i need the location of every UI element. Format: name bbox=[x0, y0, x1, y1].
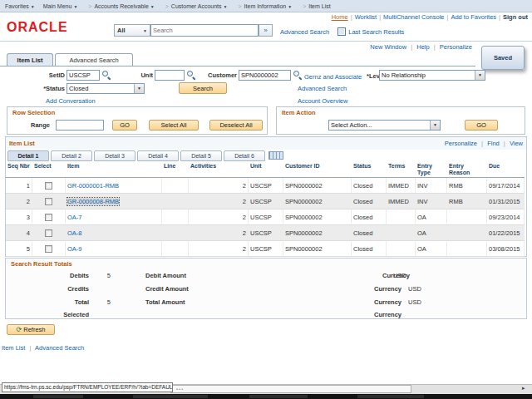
breadcrumb-separator: > bbox=[303, 3, 306, 9]
tab-advanced-search[interactable]: Advanced Search bbox=[55, 53, 133, 66]
detail-tab-1[interactable]: Detail 1 bbox=[7, 150, 49, 161]
grid-personalize-link[interactable]: Personalize bbox=[445, 140, 477, 147]
status-dropdown[interactable]: Closed ▼ bbox=[66, 83, 145, 94]
account-overview-link[interactable]: Account Overview bbox=[298, 96, 347, 106]
column-header-unit: Unit bbox=[249, 161, 283, 178]
cell-line bbox=[162, 241, 189, 257]
scrollbar-right-arrow-icon[interactable]: ▸ bbox=[522, 385, 525, 392]
item-list-title: Item List bbox=[9, 140, 35, 147]
unit-lookup-icon[interactable] bbox=[187, 71, 195, 79]
item-link[interactable]: OA-9 bbox=[67, 245, 82, 253]
item-link[interactable]: GR-0000008-RMB bbox=[67, 198, 119, 205]
advanced-search-link[interactable]: Advanced Search bbox=[280, 28, 329, 36]
detail-tab-2[interactable]: Detail 2 bbox=[51, 150, 92, 161]
item-link[interactable]: GR-0000001-RMB bbox=[67, 182, 119, 190]
range-input[interactable] bbox=[56, 120, 104, 131]
footer-advanced-search-link[interactable]: Advanced Search bbox=[35, 344, 84, 352]
global-search-input[interactable] bbox=[150, 24, 259, 37]
breadcrumb-accounts-receivable[interactable]: Accounts Receivable▼ bbox=[94, 3, 154, 9]
cell-item: GR-0000001-RMB bbox=[66, 178, 162, 194]
tab-item-list[interactable]: Item List bbox=[7, 53, 53, 66]
cell-customer-id: SPN0000002 bbox=[283, 209, 352, 225]
cell-activities: 2 bbox=[189, 178, 249, 194]
row-select-checkbox[interactable] bbox=[45, 198, 52, 205]
item-list-table: Seq Nbr Select Item Line Activities Unit… bbox=[6, 161, 526, 257]
select-all-button[interactable]: Select All bbox=[149, 120, 199, 131]
cell-item: OA-7 bbox=[66, 209, 162, 225]
search-submit-button[interactable]: » bbox=[259, 24, 273, 37]
cell-status: Closed bbox=[352, 178, 387, 194]
add-conversation-link[interactable]: Add Conversation bbox=[46, 96, 96, 106]
cell-activities: 2 bbox=[189, 241, 249, 257]
dropdown-arrow-icon: ▼ bbox=[134, 84, 144, 93]
total-label: Total bbox=[31, 298, 89, 308]
setid-input[interactable] bbox=[66, 70, 100, 81]
row-select-checkbox[interactable] bbox=[45, 214, 52, 221]
add-to-favorites-link[interactable]: Add to Favorites bbox=[451, 13, 496, 21]
breadcrumb-customer-accounts[interactable]: Customer Accounts▼ bbox=[171, 3, 228, 9]
scrollbar-grip-icon: ••• bbox=[176, 387, 184, 392]
last-search-results-link[interactable]: Last Search Results bbox=[348, 28, 404, 36]
cell-due: 01/22/2015 bbox=[487, 225, 525, 241]
column-header-customer-id: Customer ID bbox=[283, 161, 352, 178]
detail-tab-4[interactable]: Detail 4 bbox=[137, 150, 179, 161]
sign-out-link[interactable]: Sign out bbox=[503, 13, 528, 21]
breadcrumb-main-menu[interactable]: Main Menu▼ bbox=[43, 3, 78, 9]
cell-select bbox=[32, 225, 66, 241]
credits-label: Credits bbox=[31, 284, 89, 294]
cell-entry-type: INV bbox=[416, 194, 447, 209]
detail-tab-3[interactable]: Detail 3 bbox=[94, 150, 135, 161]
horizontal-scrollbar-thumb[interactable]: ••• bbox=[170, 385, 411, 393]
customer-input[interactable] bbox=[239, 70, 291, 81]
item-action-groupbox: Item Action Select Action... ▼ GO bbox=[276, 106, 525, 135]
column-header-seq-nbr: Seq Nbr bbox=[6, 161, 32, 178]
column-header-select: Select bbox=[32, 161, 66, 178]
help-link[interactable]: Help bbox=[416, 43, 429, 51]
range-go-button[interactable]: GO bbox=[112, 120, 137, 131]
breadcrumb-item-information[interactable]: Item Information▼ bbox=[244, 3, 293, 9]
show-all-columns-icon[interactable] bbox=[268, 151, 283, 160]
form-advanced-search-link[interactable]: Advanced Search bbox=[298, 83, 347, 94]
link-separator: | bbox=[351, 13, 352, 21]
search-scope-dropdown[interactable]: All ▼ bbox=[114, 24, 150, 37]
row-select-checkbox[interactable] bbox=[45, 182, 52, 190]
search-button[interactable]: Search bbox=[179, 82, 227, 94]
item-link[interactable]: OA-7 bbox=[67, 214, 82, 221]
taskbar-edge bbox=[0, 394, 532, 399]
link-separator: | bbox=[499, 13, 500, 21]
multichannel-console-link[interactable]: MultiChannel Console bbox=[383, 13, 444, 21]
detail-tab-5[interactable]: Detail 5 bbox=[180, 150, 222, 161]
refresh-button[interactable]: ⟳ Refresh bbox=[7, 324, 55, 335]
oracle-logo: ORACLE bbox=[7, 20, 68, 35]
deselect-all-button[interactable]: Deselect All bbox=[209, 120, 263, 131]
setid-lookup-icon[interactable] bbox=[102, 71, 111, 79]
new-window-link[interactable]: New Window bbox=[370, 43, 406, 51]
cell-due: 09/17/2014 bbox=[487, 178, 525, 194]
personalize-link[interactable]: Personalize bbox=[440, 43, 472, 51]
detail-tab-6[interactable]: Detail 6 bbox=[224, 150, 265, 161]
level-dropdown[interactable]: No Relationship ▼ bbox=[379, 70, 485, 81]
grid-find-link[interactable]: Find bbox=[487, 140, 500, 147]
cell-select bbox=[32, 209, 66, 225]
cell-line bbox=[162, 225, 189, 241]
row-select-checkbox[interactable] bbox=[45, 245, 52, 253]
grid-view-link[interactable]: View bbox=[510, 140, 523, 147]
breadcrumb-favorites[interactable]: Favorites▼ bbox=[5, 3, 35, 9]
item-action-go-button[interactable]: GO bbox=[465, 120, 498, 131]
cell-seq: 3 bbox=[6, 209, 32, 225]
customer-name-link[interactable]: Gernz and Associate bbox=[304, 71, 362, 82]
home-link[interactable]: Home bbox=[332, 13, 348, 21]
search-result-totals: Search Result Totals Debits 5 Debit Amou… bbox=[5, 258, 527, 319]
level-value: No Relationship bbox=[382, 71, 426, 79]
status-label: *Status bbox=[25, 83, 65, 94]
worklist-link[interactable]: Worklist bbox=[355, 13, 377, 21]
item-link[interactable]: OA-8 bbox=[67, 229, 82, 237]
level-label: *Level bbox=[367, 71, 379, 81]
cell-terms bbox=[387, 241, 416, 257]
unit-input[interactable] bbox=[155, 70, 185, 81]
row-select-checkbox[interactable] bbox=[45, 229, 52, 237]
customer-lookup-icon[interactable] bbox=[293, 71, 302, 79]
footer-item-list-link[interactable]: Item List bbox=[2, 344, 25, 352]
item-action-dropdown[interactable]: Select Action... ▼ bbox=[328, 120, 441, 131]
cell-customer-id: SPN0000002 bbox=[283, 241, 352, 257]
